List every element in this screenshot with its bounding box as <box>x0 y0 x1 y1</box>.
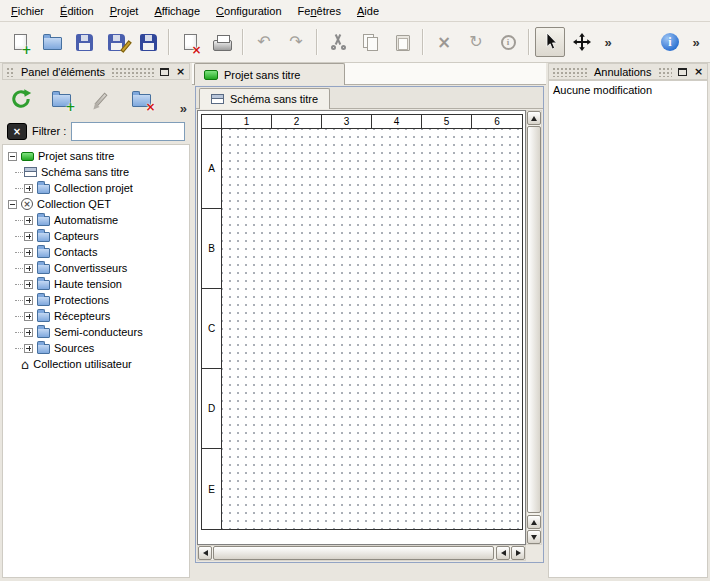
dock-grip[interactable] <box>658 67 673 77</box>
project-tabbar: Projet sans titre <box>192 63 546 85</box>
vertical-scrollbar[interactable] <box>526 110 542 545</box>
elements-toolbar-overflow-button[interactable]: » <box>180 102 187 115</box>
close-dock-button[interactable]: × <box>173 65 188 78</box>
paste-button[interactable] <box>387 27 417 57</box>
tree-item-label: Protections <box>54 294 109 306</box>
menu-configuration[interactable]: Configuration <box>208 2 289 20</box>
tree-item-label: Projet sans titre <box>38 150 114 162</box>
edit-element-button[interactable] <box>85 83 117 115</box>
expand-expander-icon[interactable] <box>24 248 33 257</box>
dock-grip[interactable] <box>552 67 588 77</box>
toolbar-separator <box>422 29 424 55</box>
menu-edition[interactable]: Édition <box>52 2 102 20</box>
horizontal-scroll-thumb[interactable] <box>213 546 494 560</box>
tree-item-protections[interactable]: Protections <box>3 292 189 308</box>
elements-panel-titlebar[interactable]: Panel d'éléments × <box>2 63 190 80</box>
menu-fichier[interactable]: Fichier <box>3 2 52 20</box>
menu-affichage[interactable]: Affichage <box>146 2 208 20</box>
copy-button[interactable] <box>355 27 385 57</box>
undo-history-titlebar[interactable]: Annulations × <box>548 63 708 80</box>
tree-item-label: Capteurs <box>54 230 99 242</box>
menu-fenetres[interactable]: Fenêtres <box>290 2 349 20</box>
move-tool-button[interactable] <box>567 27 597 57</box>
tree-item-automatisme[interactable]: Automatisme <box>3 212 189 228</box>
diagram-canvas[interactable]: 1 2 3 4 5 6 A B C D E <box>197 110 526 545</box>
new-element-button[interactable] <box>45 83 77 115</box>
collapse-expander-icon[interactable] <box>8 200 17 209</box>
cut-button[interactable] <box>323 27 353 57</box>
scroll-right-button[interactable] <box>511 546 525 560</box>
about-info-icon <box>661 33 679 51</box>
dock-grip[interactable] <box>6 67 15 77</box>
folder-icon <box>37 280 50 290</box>
save-button[interactable] <box>69 27 99 57</box>
expand-expander-icon[interactable] <box>24 344 33 353</box>
tree-item-schema-sans-titre[interactable]: Schéma sans titre <box>3 164 189 180</box>
expand-expander-icon[interactable] <box>24 328 33 337</box>
filter-input[interactable] <box>71 122 185 141</box>
close-dock-button[interactable]: × <box>691 65 706 78</box>
undo-empty-item[interactable]: Aucune modification <box>553 84 703 96</box>
tree-item-convertisseurs[interactable]: Convertisseurs <box>3 260 189 276</box>
scroll-down-button[interactable] <box>527 530 541 544</box>
toolbar-overflow-button[interactable]: » <box>599 27 617 57</box>
tree-item-haute-tension[interactable]: Haute tension <box>3 276 189 292</box>
scroll-left-button[interactable] <box>198 546 212 560</box>
about-qet-button[interactable] <box>655 27 685 57</box>
tree-item-capteurs[interactable]: Capteurs <box>3 228 189 244</box>
select-tool-button[interactable] <box>535 27 565 57</box>
expand-expander-icon[interactable] <box>24 216 33 225</box>
save-as-button[interactable] <box>101 27 131 57</box>
expand-expander-icon[interactable] <box>24 232 33 241</box>
tab-schema-sans-titre[interactable]: Schéma sans titre <box>199 88 330 109</box>
tree-item-collection-qet[interactable]: Collection QET <box>3 196 189 212</box>
tree-item-recepteurs[interactable]: Récepteurs <box>3 308 189 324</box>
delete-button[interactable]: × <box>429 27 459 57</box>
triangle-down-icon <box>531 535 537 540</box>
row-header: E <box>202 449 222 529</box>
collapse-expander-icon[interactable] <box>8 152 17 161</box>
scroll-left-button[interactable] <box>496 546 510 560</box>
delete-element-button[interactable] <box>125 83 157 115</box>
expand-expander-icon[interactable] <box>24 296 33 305</box>
close-icon: × <box>176 66 185 77</box>
close-file-button[interactable] <box>175 27 205 57</box>
float-dock-button[interactable] <box>675 65 690 78</box>
undo-button[interactable]: ↶ <box>249 27 279 57</box>
expand-expander-icon[interactable] <box>24 312 33 321</box>
scroll-up-button[interactable] <box>527 111 541 125</box>
rotate-button[interactable]: ↻ <box>461 27 491 57</box>
print-button[interactable] <box>207 27 237 57</box>
scroll-up-button[interactable] <box>527 515 541 529</box>
tree-item-projet-sans-titre[interactable]: Projet sans titre <box>3 148 189 164</box>
vertical-scroll-thumb[interactable] <box>527 126 541 513</box>
tab-projet-sans-titre[interactable]: Projet sans titre <box>194 63 345 85</box>
menu-aide[interactable]: Aide <box>349 2 387 20</box>
expand-expander-icon[interactable] <box>24 280 33 289</box>
close-icon: × <box>694 66 703 77</box>
menu-projet[interactable]: Projet <box>102 2 147 20</box>
new-document-button[interactable] <box>5 27 35 57</box>
save-all-button[interactable] <box>133 27 163 57</box>
toolbar-extension-button[interactable]: » <box>687 27 705 57</box>
expand-expander-icon[interactable] <box>24 184 33 193</box>
tree-item-collection-utilisateur[interactable]: Collection utilisateur <box>3 356 189 372</box>
information-button[interactable] <box>493 27 523 57</box>
expand-expander-icon[interactable] <box>24 264 33 273</box>
horizontal-scrollbar[interactable] <box>197 545 526 561</box>
reload-collections-button[interactable] <box>5 83 37 115</box>
tree-item-collection-projet[interactable]: Collection projet <box>3 180 189 196</box>
dock-grip[interactable] <box>111 67 154 77</box>
clear-filter-button[interactable]: × <box>7 123 27 140</box>
schema-grid[interactable] <box>222 129 522 529</box>
redo-button[interactable]: ↷ <box>281 27 311 57</box>
tree-item-sources[interactable]: Sources <box>3 340 189 356</box>
plus-badge-icon <box>21 44 31 56</box>
float-dock-button[interactable] <box>157 65 172 78</box>
toolbar-separator <box>168 29 170 55</box>
open-project-button[interactable] <box>37 27 67 57</box>
tree-item-contacts[interactable]: Contacts <box>3 244 189 260</box>
tree-item-semi-conducteurs[interactable]: Semi-conducteurs <box>3 324 189 340</box>
diagram-frame: 1 2 3 4 5 6 A B C D E <box>201 114 523 530</box>
toolbar-separator <box>242 29 244 55</box>
